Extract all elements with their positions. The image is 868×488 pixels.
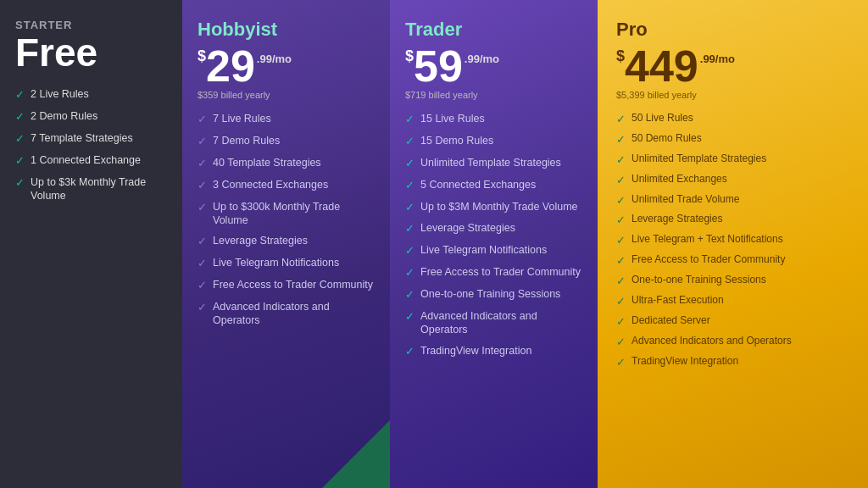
list-item: ✓Dedicated Server <box>616 314 853 330</box>
check-icon: ✓ <box>198 301 207 315</box>
check-icon: ✓ <box>405 244 415 258</box>
check-icon: ✓ <box>616 336 626 350</box>
list-item: ✓Unlimited Trade Volume <box>616 193 853 208</box>
hobbyist-price-main: 29 <box>206 44 255 88</box>
pro-label: Pro <box>616 19 853 41</box>
plan-trader: Trader $ 59 .99/mo $719 billed yearly ✓1… <box>390 0 598 488</box>
list-item: ✓Up to $300k Monthly Trade Volume <box>198 200 375 228</box>
check-icon: ✓ <box>616 254 626 269</box>
check-icon: ✓ <box>405 201 415 215</box>
check-icon: ✓ <box>405 179 415 193</box>
check-icon: ✓ <box>616 194 626 208</box>
list-item: ✓Free Access to Trader Community <box>198 278 375 293</box>
check-icon: ✓ <box>198 179 207 193</box>
list-item: ✓Free Access to Trader Community <box>616 253 853 269</box>
check-icon: ✓ <box>198 201 207 215</box>
starter-label: Starter <box>15 19 167 31</box>
check-icon: ✓ <box>616 356 626 370</box>
trader-dollar: $ <box>405 47 414 65</box>
check-icon: ✓ <box>405 345 415 359</box>
check-icon: ✓ <box>616 234 626 248</box>
check-icon: ✓ <box>15 176 25 191</box>
pro-features: ✓50 Live Rules ✓50 Demo Rules ✓Unlimited… <box>616 112 853 370</box>
list-item: ✓Ultra-Fast Execution <box>616 294 853 309</box>
check-icon: ✓ <box>15 110 25 125</box>
hobbyist-billed: $359 billed yearly <box>198 90 375 100</box>
check-icon: ✓ <box>616 274 626 289</box>
list-item: ✓50 Demo Rules <box>616 132 853 147</box>
starter-features: ✓2 Live Rules ✓2 Demo Rules ✓7 Template … <box>15 87 167 202</box>
pricing-container: Starter Free ✓2 Live Rules ✓2 Demo Rules… <box>0 0 868 488</box>
check-icon: ✓ <box>616 295 626 309</box>
list-item: ✓Advanced Indicators and Operators <box>405 309 582 337</box>
check-icon: ✓ <box>15 88 25 103</box>
check-icon: ✓ <box>616 214 626 228</box>
check-icon: ✓ <box>198 279 207 293</box>
list-item: ✓Leverage Strategies <box>405 221 582 236</box>
plan-starter: Starter Free ✓2 Live Rules ✓2 Demo Rules… <box>0 0 182 488</box>
list-item: ✓Live Telegram Notifications <box>405 243 582 258</box>
check-icon: ✓ <box>198 157 207 171</box>
list-item: ✓7 Template Strategies <box>15 131 167 147</box>
plan-pro: Pro $ 449 .99/mo $5,399 billed yearly ✓5… <box>598 0 868 488</box>
list-item: ✓TradingView Integration <box>616 355 853 370</box>
pro-price-main: 449 <box>625 44 698 88</box>
check-icon: ✓ <box>405 113 415 127</box>
list-item: ✓Advanced Indicators and Operators <box>616 335 853 350</box>
check-icon: ✓ <box>198 113 207 127</box>
trader-price-row: $ 59 .99/mo <box>405 44 582 88</box>
trader-label: Trader <box>405 19 582 41</box>
trader-price-main: 59 <box>414 44 463 88</box>
list-item: ✓One-to-one Training Sessions <box>616 274 853 289</box>
trader-features: ✓15 Live Rules ✓15 Demo Rules ✓Unlimited… <box>405 112 582 358</box>
trader-billed: $719 billed yearly <box>405 90 582 100</box>
list-item: ✓Up to $3k Monthly Trade Volume <box>15 175 167 203</box>
check-icon: ✓ <box>198 135 207 149</box>
check-icon: ✓ <box>198 235 207 249</box>
check-icon: ✓ <box>405 288 415 302</box>
list-item: ✓40 Template Strategies <box>198 156 375 171</box>
hobbyist-price-row: $ 29 .99/mo <box>198 44 375 88</box>
list-item: ✓Leverage Strategies <box>616 213 853 228</box>
list-item: ✓One-to-one Training Sessions <box>405 287 582 302</box>
check-icon: ✓ <box>198 257 207 271</box>
list-item: ✓Unlimited Template Strategies <box>616 152 853 168</box>
check-icon: ✓ <box>616 174 626 188</box>
check-icon: ✓ <box>405 310 415 324</box>
check-icon: ✓ <box>616 315 626 330</box>
list-item: ✓Live Telegram Notifications <box>198 256 375 271</box>
pro-dollar: $ <box>616 47 625 65</box>
check-icon: ✓ <box>616 133 626 147</box>
check-icon: ✓ <box>616 153 626 168</box>
list-item: ✓TradingView Integration <box>405 344 582 359</box>
list-item: ✓Unlimited Exchanges <box>616 173 853 188</box>
starter-price: Free <box>15 33 167 72</box>
pro-billed: $5,399 billed yearly <box>616 90 853 100</box>
hobbyist-label: Hobbyist <box>198 19 375 41</box>
list-item: ✓2 Live Rules <box>15 87 167 103</box>
list-item: ✓Unlimited Template Strategies <box>405 156 582 171</box>
check-icon: ✓ <box>15 132 25 147</box>
list-item: ✓Advanced Indicators and Operators <box>198 300 375 328</box>
list-item: ✓Free Access to Trader Community <box>405 265 582 280</box>
plan-hobbyist: Hobbyist $ 29 .99/mo $359 billed yearly … <box>182 0 390 488</box>
list-item: ✓7 Demo Rules <box>198 134 375 149</box>
check-icon: ✓ <box>405 266 415 280</box>
hobbyist-dollar: $ <box>198 47 206 65</box>
list-item: ✓3 Connected Exchanges <box>198 178 375 193</box>
list-item: ✓15 Live Rules <box>405 112 582 127</box>
list-item: ✓1 Connected Exchange <box>15 153 167 169</box>
list-item: ✓50 Live Rules <box>616 112 853 127</box>
list-item: ✓2 Demo Rules <box>15 109 167 125</box>
list-item: ✓Up to $3M Monthly Trade Volume <box>405 200 582 215</box>
pro-price-suffix: .99/mo <box>700 53 735 65</box>
list-item: ✓Live Telegram + Text Notifications <box>616 233 853 248</box>
hobbyist-features: ✓7 Live Rules ✓7 Demo Rules ✓40 Template… <box>198 112 375 327</box>
hobbyist-price-suffix: .99/mo <box>257 53 292 65</box>
list-item: ✓5 Connected Exchanges <box>405 178 582 193</box>
check-icon: ✓ <box>616 113 626 127</box>
list-item: ✓15 Demo Rules <box>405 134 582 149</box>
check-icon: ✓ <box>15 154 25 169</box>
list-item: ✓Leverage Strategies <box>198 234 375 249</box>
check-icon: ✓ <box>405 222 415 236</box>
